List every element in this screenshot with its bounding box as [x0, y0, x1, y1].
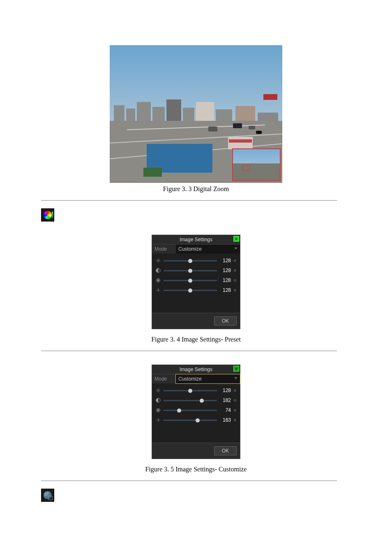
hue-slider[interactable] — [164, 419, 217, 421]
mode-label: Mode — [152, 245, 176, 254]
separator — [41, 351, 337, 351]
svg-point-0 — [157, 260, 159, 261]
contrast-icon — [155, 397, 161, 403]
mode-select-value: Customize — [178, 246, 202, 252]
digital-zoom-pip — [232, 148, 281, 181]
hue-slider[interactable] — [164, 289, 217, 291]
panel-title-bar: Image Settings × — [152, 365, 240, 374]
figure-caption: Figure 3. 3 Digital Zoom — [163, 185, 229, 193]
mode-select[interactable]: Customize — [176, 374, 240, 383]
figure-caption: Figure 3. 5 Image Settings- Customize — [145, 466, 247, 473]
spinner-icon[interactable]: ≎ — [233, 259, 237, 263]
svg-point-8 — [157, 409, 159, 411]
image-settings-icon[interactable] — [41, 208, 54, 222]
spinner-icon[interactable]: ≎ — [233, 388, 237, 392]
camera-ball-icon — [44, 491, 52, 499]
svg-point-5 — [157, 390, 159, 391]
hue-value: 163 — [219, 417, 231, 423]
mode-select-value: Customize — [178, 376, 202, 382]
brightness-slider[interactable] — [164, 390, 217, 391]
truck — [147, 144, 212, 173]
chevron-down-icon — [234, 247, 238, 249]
hue-icon — [155, 417, 161, 423]
spinner-icon[interactable]: ≎ — [233, 288, 237, 292]
saturation-icon — [155, 277, 161, 283]
image-settings-panel-preset: Image Settings × Mode Customize 128 ≎ — [152, 235, 240, 329]
contrast-icon — [155, 268, 161, 273]
panel-title-bar: Image Settings × — [152, 235, 240, 244]
buildings — [110, 97, 282, 121]
spinner-icon[interactable]: ≎ — [233, 398, 237, 402]
spinner-icon[interactable]: ≎ — [233, 278, 237, 282]
svg-point-4 — [158, 290, 159, 291]
mode-label: Mode — [152, 374, 176, 383]
spinner-icon[interactable]: ≎ — [233, 268, 237, 272]
brightness-icon — [155, 258, 161, 263]
close-icon[interactable]: × — [233, 366, 239, 372]
contrast-slider[interactable] — [164, 270, 217, 271]
brightness-value: 128 — [219, 388, 231, 393]
hue-value: 128 — [219, 287, 231, 293]
brightness-icon — [155, 388, 161, 393]
chevron-down-icon — [234, 377, 238, 379]
svg-point-3 — [157, 279, 159, 281]
image-settings-panel-customize: Image Settings × Mode Customize 128 ≎ — [152, 365, 240, 459]
saturation-value: 128 — [219, 277, 231, 283]
figure-caption: Figure 3. 4 Image Settings- Preset — [151, 336, 241, 343]
panel-title: Image Settings — [180, 237, 212, 242]
color-wheel-icon — [44, 211, 52, 219]
separator — [41, 480, 337, 481]
hue-icon — [155, 287, 161, 293]
ptz-control-icon[interactable] — [41, 489, 54, 502]
svg-point-9 — [158, 420, 159, 421]
ok-button[interactable]: OK — [214, 316, 237, 325]
separator — [41, 200, 337, 201]
spinner-icon[interactable]: ≎ — [233, 418, 237, 422]
panel-spacer — [152, 428, 240, 443]
saturation-slider[interactable] — [164, 409, 217, 411]
contrast-slider[interactable] — [164, 399, 217, 401]
saturation-icon — [155, 407, 161, 413]
brightness-slider[interactable] — [164, 260, 217, 261]
ok-button[interactable]: OK — [214, 446, 237, 455]
brightness-value: 128 — [219, 258, 231, 263]
zoom-region-box — [242, 165, 250, 171]
contrast-value: 128 — [219, 268, 231, 273]
panel-spacer — [152, 298, 240, 313]
saturation-value: 74 — [219, 407, 231, 413]
saturation-slider[interactable] — [164, 279, 217, 281]
contrast-value: 182 — [219, 397, 231, 403]
close-icon[interactable]: × — [233, 236, 239, 242]
panel-title: Image Settings — [180, 367, 212, 372]
mode-select[interactable]: Customize — [176, 245, 240, 254]
digital-zoom-preview — [110, 45, 282, 183]
bus — [228, 137, 253, 149]
spinner-icon[interactable]: ≎ — [233, 408, 237, 412]
